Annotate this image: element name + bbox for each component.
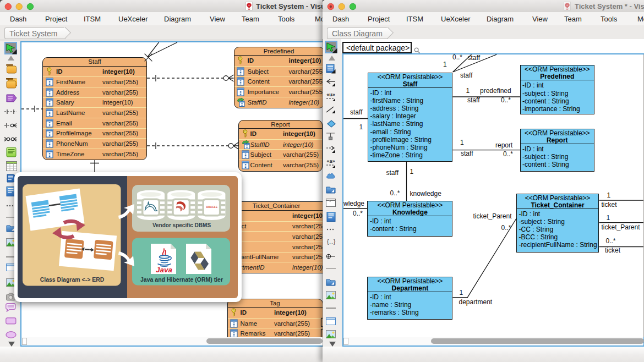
svg-text:Java and Hibernate (ORM) tier: Java and Hibernate (ORM) tier (140, 276, 223, 282)
svg-text:«u»: «u» (326, 92, 335, 97)
svg-text:Vendor specific DBMS: Vendor specific DBMS (152, 222, 211, 228)
svg-text:+: + (566, 3, 568, 7)
svg-text:Class Diagram <-> ERD: Class Diagram <-> ERD (40, 276, 105, 282)
svg-text:ORACLE: ORACLE (206, 206, 218, 209)
svg-text:+: + (248, 3, 250, 7)
svg-text:Java: Java (156, 266, 173, 274)
svg-text:«a»: «a» (326, 158, 335, 164)
